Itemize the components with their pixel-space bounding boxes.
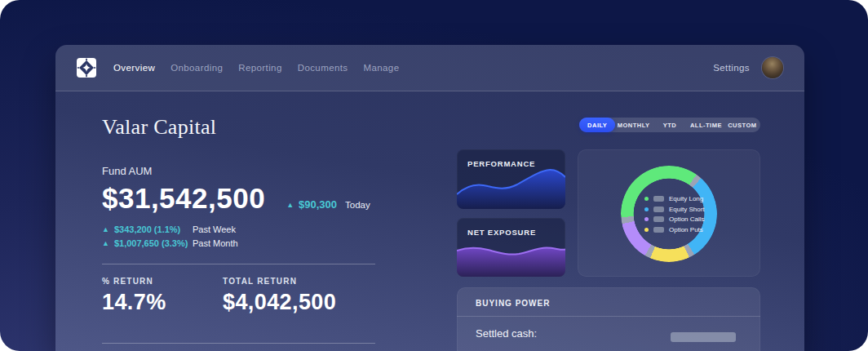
legend-item-equity-short: Equity Short [644, 206, 705, 213]
tab-custom[interactable]: CUSTOM [724, 118, 760, 132]
legend-skeleton-box [653, 216, 664, 222]
legend-item-option-puts: Option Puts [644, 226, 705, 233]
legend-label: Equity Short [669, 206, 705, 213]
past-month-row: ▲ $1,007,650 (3.3%) Past Month [102, 238, 428, 248]
past-month-label: Past Month [193, 238, 238, 248]
top-nav: Overview Onboarding Reporting Documents … [55, 45, 804, 91]
nav-item-overview[interactable]: Overview [113, 63, 155, 73]
settled-cash-value-skeleton [671, 332, 736, 342]
past-month-value: ▲ $1,007,650 (3.3%) [102, 238, 193, 248]
page-title: Valar Capital [102, 114, 428, 140]
percent-return-label: % RETURN [102, 277, 223, 286]
today-change-value: $90,300 [299, 198, 337, 211]
net-exposure-title: NET EXPOSURE [467, 228, 536, 237]
user-avatar[interactable] [762, 57, 783, 78]
screenshot-root: Overview Onboarding Reporting Documents … [0, 0, 868, 351]
card-header-divider [457, 316, 760, 317]
trend-up-icon: ▲ [286, 201, 294, 209]
change-rows: ▲ $343,200 (1.1%) Past Week ▲ $1,007,650… [102, 224, 428, 248]
valar-logo-icon[interactable] [77, 58, 96, 78]
percent-return-value: 14.7% [102, 290, 223, 315]
total-return-label: TOTAL RETURN [223, 277, 336, 286]
nav-right: Settings [713, 57, 783, 78]
return-stats: % RETURN 14.7% TOTAL RETURN $4,042,500 [102, 277, 428, 315]
nav-item-documents[interactable]: Documents [298, 63, 348, 73]
buying-power-card[interactable]: BUYING POWER Settled cash: [457, 287, 760, 351]
time-range-tabs: DAILY MONTHLY YTD ALL-TIME CUSTOM [579, 118, 760, 132]
past-week-row: ▲ $343,200 (1.1%) Past Week [102, 224, 428, 234]
legend-label: Equity Long [669, 195, 703, 202]
legend-dot-icon [644, 217, 649, 221]
dashboard-panel: Overview Onboarding Reporting Documents … [55, 45, 804, 351]
past-week-change: $343,200 (1.1%) [114, 224, 180, 234]
tab-daily[interactable]: DAILY [579, 118, 615, 132]
trend-up-icon: ▲ [102, 239, 109, 247]
legend-skeleton-box [653, 196, 664, 202]
legend-skeleton-box [653, 227, 664, 233]
tab-monthly[interactable]: MONTHLY [615, 118, 651, 132]
legend-dot-icon [644, 207, 649, 211]
legend-label: Option Puts [669, 226, 703, 233]
fund-summary: Valar Capital Fund AUM $31,542,500 ▲ $90… [102, 114, 428, 344]
buying-power-title: BUYING POWER [476, 299, 550, 308]
nav-items: Overview Onboarding Reporting Documents … [113, 63, 399, 73]
section-divider [102, 264, 375, 264]
legend-dot-icon [644, 197, 649, 201]
allocation-card[interactable]: Equity Long Equity Short Option Calls [578, 149, 760, 277]
performance-area-chart [457, 168, 565, 209]
past-month-change: $1,007,650 (3.3%) [114, 238, 188, 248]
nav-item-reporting[interactable]: Reporting [238, 63, 281, 73]
total-return-stat: TOTAL RETURN $4,042,500 [223, 277, 336, 315]
settings-link[interactable]: Settings [713, 63, 750, 73]
percent-return-stat: % RETURN 14.7% [102, 277, 223, 315]
performance-card[interactable]: PERFORMANCE [457, 149, 565, 209]
legend-skeleton-box [653, 207, 664, 212]
app-background: Overview Onboarding Reporting Documents … [0, 0, 868, 351]
net-exposure-card[interactable]: NET EXPOSURE [457, 218, 565, 277]
legend-dot-icon [644, 228, 649, 232]
fund-aum-row: $31,542,500 ▲ $90,300 Today [102, 184, 428, 213]
today-change-label: Today [345, 200, 370, 210]
fund-aum-label: Fund AUM [102, 165, 428, 177]
past-week-value: ▲ $343,200 (1.1%) [102, 224, 193, 234]
fund-aum-value: $31,542,500 [102, 184, 265, 213]
section-divider [102, 343, 375, 344]
past-week-label: Past Week [193, 224, 236, 234]
trend-up-icon: ▲ [102, 225, 109, 233]
legend-item-option-calls: Option Calls [644, 215, 705, 223]
nav-item-onboarding[interactable]: Onboarding [170, 63, 223, 73]
legend-label: Option Calls [669, 215, 705, 223]
performance-title: PERFORMANCE [467, 159, 535, 168]
allocation-legend: Equity Long Equity Short Option Calls [644, 195, 705, 233]
net-exposure-area-chart [457, 244, 565, 277]
tab-all-time[interactable]: ALL-TIME [688, 118, 724, 132]
tab-ytd[interactable]: YTD [652, 118, 688, 132]
total-return-value: $4,042,500 [223, 290, 336, 315]
legend-item-equity-long: Equity Long [644, 195, 705, 202]
today-change-group: ▲ $90,300 Today [286, 198, 370, 211]
settled-cash-label: Settled cash: [476, 327, 537, 340]
nav-item-manage[interactable]: Manage [363, 63, 399, 73]
